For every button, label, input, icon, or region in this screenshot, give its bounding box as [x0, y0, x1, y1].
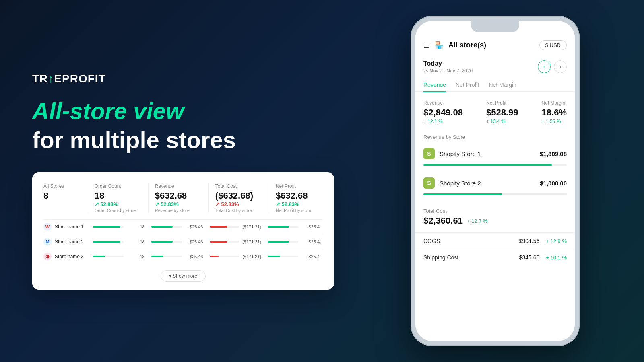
col-revenue: Revenue $632.68 ↗ 52.83% Revenue by stor… — [155, 183, 202, 213]
store-name-2: Store name 2 — [55, 239, 90, 245]
shipping-right: $345.60 + 10.1 % — [519, 254, 567, 261]
metric-net-profit: Net Profit $528.99 + 13.4 % — [486, 100, 518, 124]
date-section: Today vs Nov 7 - Nov 7, 2020 ‹ › — [415, 55, 575, 78]
order-bar-1: 18 — [90, 224, 148, 229]
cogs-right: $904.56 + 12.9 % — [519, 238, 567, 244]
phone-inner: ☰ 🏪 All store(s) $ USD Today vs Nov 7 - … — [415, 21, 575, 341]
table-row: M Store name 2 18 $25.46 ($171.21) — [43, 234, 323, 249]
tab-revenue[interactable]: Revenue — [423, 78, 446, 92]
rev-bar-2: $25.46 — [148, 239, 206, 244]
phone-mockup: ☰ 🏪 All store(s) $ USD Today vs Nov 7 - … — [411, 16, 580, 346]
table-row: W Store name 1 18 $25.46 ($171.21) — [43, 219, 323, 234]
metric-profit-value: $528.99 — [486, 107, 518, 118]
col-cost-label: Total Cost by store — [215, 208, 262, 213]
prev-arrow[interactable]: ‹ — [538, 60, 551, 73]
revenue-by-store-label: Revenue by Store — [415, 128, 575, 143]
store-icon-3: ◑ — [43, 253, 52, 261]
cogs-value: $904.56 — [519, 238, 540, 244]
headline-line2: for multiple stores — [32, 127, 314, 153]
metrics-row: Revenue $2,849.08 + 12.1 % Net Profit $5… — [415, 92, 575, 128]
phone-screen: ☰ 🏪 All store(s) $ USD Today vs Nov 7 - … — [415, 21, 575, 341]
col-profit-label: Net Profit by store — [276, 208, 323, 213]
store-name-1: Store name 1 — [55, 224, 90, 230]
shipping-value: $345.60 — [519, 254, 540, 261]
col-order-count: Order Count 18 ↗ 52.83% Order Count by s… — [95, 183, 142, 213]
col-all-stores: All Stores 8 — [43, 183, 81, 213]
metric-margin-label: Net Margin — [542, 100, 567, 106]
profit-bar-1: $25.4 — [264, 224, 323, 229]
metric-revenue-value: $2,849.08 — [423, 107, 463, 118]
col-profit-header: Net Profit — [276, 183, 323, 189]
shopify-icon-2: S — [423, 177, 435, 189]
cost-bar-2: ($171.21) — [206, 239, 265, 244]
currency-badge[interactable]: $ USD — [539, 40, 567, 50]
phone-header: ☰ 🏪 All store(s) $ USD — [415, 35, 575, 55]
shipping-label: Shipping Cost — [423, 254, 458, 261]
tab-net-margin[interactable]: Net Margin — [489, 78, 516, 92]
hamburger-icon[interactable]: ☰ — [423, 41, 430, 50]
metric-net-margin: Net Margin 18.6% + 1.55 % — [542, 100, 567, 124]
show-more-button[interactable]: ▾ Show more — [161, 270, 206, 282]
metric-revenue: Revenue $2,849.08 + 12.1 % — [423, 100, 463, 124]
total-cost-value: $2,360.61 — [423, 216, 463, 226]
col-cost-value: ($632.68) — [215, 191, 262, 201]
tab-net-profit[interactable]: Net Profit — [456, 78, 479, 92]
col-profit-value: $632.68 — [276, 191, 323, 201]
cogs-label: COGS — [423, 238, 440, 244]
shipping-row: Shipping Cost $345.60 + 10.1 % — [415, 249, 575, 265]
col-profit-change: ↗ 52.83% — [276, 201, 323, 207]
phone-notch — [471, 21, 519, 32]
metric-margin-change: + 1.55 % — [542, 119, 567, 124]
cost-bar-3: ($171.21) — [206, 254, 265, 259]
date-info: Today vs Nov 7 - Nov 7, 2020 — [423, 60, 473, 74]
next-arrow[interactable]: › — [554, 60, 567, 73]
profit-bar-2: $25.4 — [264, 239, 323, 244]
right-section: ☰ 🏪 All store(s) $ USD Today vs Nov 7 - … — [346, 0, 644, 362]
date-sub: vs Nov 7 - Nov 7, 2020 — [423, 68, 473, 74]
phone-title: All store(s) — [448, 41, 486, 49]
nav-arrows: ‹ › — [538, 60, 567, 73]
cogs-pct: + 12.9 % — [546, 238, 567, 244]
headline-line1: All-store view — [32, 98, 314, 124]
metric-profit-label: Net Profit — [486, 100, 518, 106]
total-cost-row: $2,360.61 + 12.7 % — [423, 216, 567, 226]
metric-revenue-change: + 12.1 % — [423, 119, 463, 124]
store-icon-2: M — [43, 238, 52, 246]
store1-name: Shopify Store 1 — [440, 150, 540, 157]
shipping-pct: + 10.1 % — [546, 255, 567, 261]
col-allstores-value: 8 — [43, 191, 81, 201]
col-orders-value: 18 — [95, 191, 142, 201]
store-building-icon: 🏪 — [435, 41, 444, 50]
metric-profit-change: + 13.4 % — [486, 119, 518, 124]
phone-header-left: ☰ 🏪 All store(s) — [423, 41, 486, 50]
col-rev-label: Revenue by store — [155, 208, 202, 213]
store2-name: Shopify Store 2 — [440, 180, 540, 187]
table-header: All Stores 8 Order Count 18 ↗ 52.83% Ord… — [43, 183, 323, 213]
order-bar-3: 18 — [90, 254, 148, 259]
store2-value: $1,000.00 — [540, 180, 567, 187]
metric-margin-value: 18.6% — [542, 107, 567, 118]
col-orders-label: Order Count by store — [95, 208, 142, 213]
store-icon-1: W — [43, 223, 52, 231]
rev-bar-3: $25.46 — [148, 254, 206, 259]
col-rev-value: $632.68 — [155, 191, 202, 201]
col-rev-change: ↗ 52.83% — [155, 201, 202, 207]
total-cost-change: + 12.7 % — [467, 218, 488, 224]
logo-text: TR↑EPROFIT — [32, 72, 106, 85]
store1-value: $1,809.08 — [540, 150, 567, 157]
col-cost-header: Total Cost — [215, 183, 262, 189]
col-rev-header: Revenue — [155, 183, 202, 189]
store-rows: W Store name 1 18 $25.46 ($171.21) — [43, 219, 323, 264]
table-card: All Stores 8 Order Count 18 ↗ 52.83% Ord… — [32, 172, 334, 290]
divider — [423, 171, 567, 171]
col-orders-header: Order Count — [95, 183, 142, 189]
logo: TR↑EPROFIT — [32, 72, 314, 85]
table-row: ◑ Store name 3 18 $25.46 ($171.21) — [43, 249, 323, 264]
col-cost-change: ↗ 52.83% — [215, 201, 262, 207]
metric-revenue-label: Revenue — [423, 100, 463, 106]
phone-tabs: Revenue Net Profit Net Margin — [415, 78, 575, 92]
profit-bar-3: $25.4 — [264, 254, 323, 259]
store-item-1: S Shopify Store 1 $1,809.08 — [415, 143, 575, 164]
show-more-container: ▾ Show more — [43, 270, 323, 282]
date-label: Today — [423, 60, 473, 67]
